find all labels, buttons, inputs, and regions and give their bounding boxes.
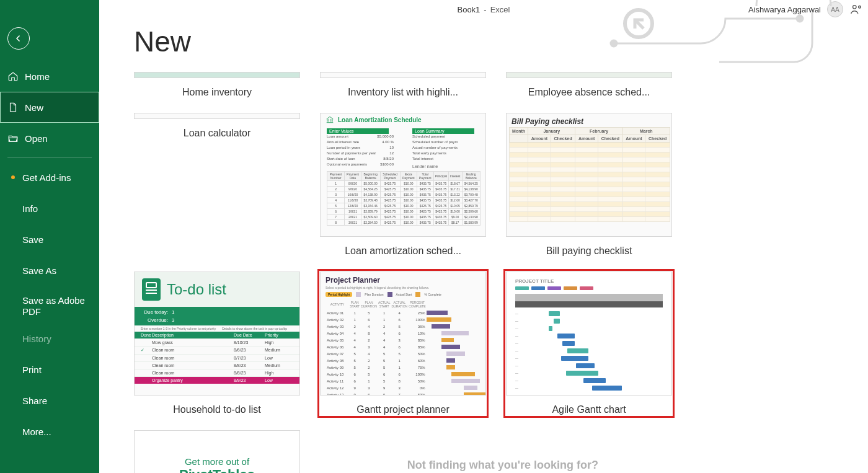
sidebar-item-save-as[interactable]: Save As	[0, 255, 99, 286]
sidebar-item-open[interactable]: Open	[0, 123, 99, 154]
backstage-sidebar: Home New Open Get Add-ins Info Save Save…	[0, 0, 99, 473]
svg-point-0	[853, 6, 857, 9]
template-label: Loan calculator	[134, 128, 300, 139]
document-title: Book1	[457, 5, 480, 14]
template-label: Employee absence sched...	[506, 87, 672, 98]
template-label: Household to-do list	[134, 404, 300, 415]
sidebar-item-save-pdf[interactable]: Save as Adobe PDF	[0, 286, 99, 323]
sidebar-item-info[interactable]: Info	[0, 193, 99, 224]
sidebar-item-label: Home	[25, 71, 50, 82]
account-settings-icon[interactable]	[849, 2, 863, 16]
template-thumbnail: Project Planner Select a period to highl…	[320, 272, 486, 396]
template-thumbnail: Get more out ofPivotTables	[134, 430, 300, 473]
template-thumbnail: PROJECT TITLE ———————————	[506, 272, 672, 396]
user-name[interactable]: Aishwarya Aggarwal	[748, 5, 821, 14]
template-label: Bill paying checklist	[506, 245, 672, 257]
template-thumbnail: Loan Amortization Schedule Enter Values …	[320, 113, 486, 237]
sidebar-item-home[interactable]: Home	[0, 61, 99, 92]
template-home-inventory[interactable]: Home inventory	[134, 72, 300, 98]
template-thumbnail: To-do list Due today:1Overdue:3 Enter a …	[134, 272, 300, 396]
new-file-icon	[7, 102, 19, 113]
sidebar-item-get-addins[interactable]: Get Add-ins	[0, 162, 99, 193]
template-gantt-planner[interactable]: Project Planner Select a period to highl…	[320, 272, 486, 415]
back-button[interactable]	[7, 27, 30, 50]
template-label: Loan amortization sched...	[320, 245, 486, 257]
back-arrow-icon	[13, 33, 24, 44]
bank-icon	[326, 115, 334, 124]
bottom-hint-text: Not finding what you're looking for?	[407, 459, 598, 472]
account-area: Aishwarya Aggarwal AA	[748, 0, 863, 19]
clipboard-icon	[142, 278, 161, 301]
app-name: Excel	[490, 5, 510, 14]
sidebar-item-more[interactable]: More...	[0, 416, 99, 447]
template-pivot-promo[interactable]: Get more out ofPivotTables Get more out …	[134, 430, 300, 473]
template-agile-gantt[interactable]: PROJECT TITLE ——————————— Agile Gantt ch…	[506, 272, 672, 415]
page-title: New	[134, 25, 843, 58]
template-label: Agile Gantt chart	[506, 404, 672, 415]
template-bill-paying[interactable]: Bill Paying checklist MonthJanuaryFebrua…	[506, 113, 672, 257]
home-icon	[7, 71, 19, 82]
sidebar-item-save[interactable]: Save	[0, 224, 99, 255]
sidebar-item-label: Open	[25, 133, 48, 144]
template-label: Home inventory	[134, 87, 300, 98]
sidebar-item-print[interactable]: Print	[0, 354, 99, 385]
sidebar-item-share[interactable]: Share	[0, 385, 99, 416]
template-label: Gantt project planner	[320, 404, 486, 415]
backstage-content: New Home inventory Inventory list with h…	[99, 19, 868, 473]
template-household-todo[interactable]: To-do list Due today:1Overdue:3 Enter a …	[134, 272, 300, 415]
sidebar-item-new[interactable]: New	[0, 92, 99, 123]
sidebar-item-history: History	[0, 323, 99, 354]
avatar[interactable]: AA	[827, 1, 843, 17]
template-label: Inventory list with highli...	[320, 87, 486, 98]
template-loan-amortization[interactable]: Loan Amortization Schedule Enter Values …	[320, 113, 486, 257]
template-thumbnail: Bill Paying checklist MonthJanuaryFebrua…	[506, 113, 672, 237]
template-inventory-list[interactable]: Inventory list with highli...	[320, 72, 486, 98]
sidebar-item-label: New	[25, 102, 43, 113]
template-employee-absence[interactable]: Employee absence sched...	[506, 72, 672, 98]
sidebar-separator	[7, 157, 92, 158]
template-loan-calculator[interactable]: Loan calculator	[134, 113, 300, 257]
open-folder-icon	[7, 133, 19, 144]
addins-badge-icon	[11, 175, 15, 179]
template-grid: Home inventory Inventory list with highl…	[134, 72, 843, 473]
svg-point-1	[859, 6, 861, 9]
